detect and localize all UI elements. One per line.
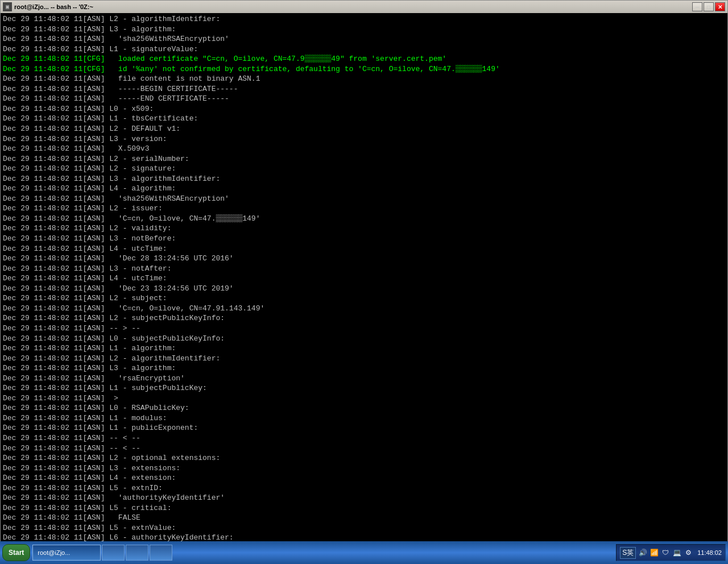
terminal-line: Dec 29 11:48:02 11[ASN] 'sha256WithRSAEn… xyxy=(3,194,725,204)
terminal-line: Dec 29 11:48:02 11[ASN] 'Dec 28 13:24:56… xyxy=(3,254,725,264)
terminal-line: Dec 29 11:48:02 11[ASN] file content is … xyxy=(3,74,725,84)
terminal-line: Dec 29 11:48:02 11[ASN] 'C=cn, O=ilove, … xyxy=(3,214,725,224)
terminal-line: Dec 29 11:48:02 11[ASN] FALSE xyxy=(3,513,725,523)
terminal-line: Dec 29 11:48:02 11[ASN] L3 - notAfter: xyxy=(3,264,725,274)
ime-indicator[interactable]: S英 xyxy=(620,547,636,559)
terminal-line: Dec 29 11:48:02 11[ASN] -- < -- xyxy=(3,433,725,443)
terminal-line: Dec 29 11:48:02 11[ASN] L3 - algorithm: xyxy=(3,24,725,35)
terminal-line: Dec 29 11:48:02 11[ASN] L2 - DEFAULT v1: xyxy=(3,124,725,134)
terminal-line: Dec 29 11:48:02 11[ASN] 'C=cn, O=ilove, … xyxy=(3,304,725,314)
taskbar-item-0[interactable]: root@iZjo... xyxy=(32,545,101,561)
terminal-line: Dec 29 11:48:02 11[ASN] 'authorityKeyIde… xyxy=(3,493,725,503)
terminal-line: Dec 29 11:48:02 11[CFG] id '%any' not co… xyxy=(3,64,725,74)
terminal-line: Dec 29 11:48:02 11[ASN] L2 - subject: xyxy=(3,293,725,304)
start-button[interactable]: Start xyxy=(2,544,30,561)
terminal-line: Dec 29 11:48:02 11[ASN] L2 - validity: xyxy=(3,223,725,234)
settings-icon[interactable]: ⚙ xyxy=(684,548,693,557)
close-button[interactable]: ✕ xyxy=(715,2,725,11)
terminal-line: Dec 29 11:48:02 11[ASN] 'sha256WithRSAEn… xyxy=(3,34,725,44)
terminal-line: Dec 29 11:48:02 11[ASN] L1 - modulus: xyxy=(3,413,725,424)
terminal-line: Dec 29 11:48:02 11[ASN] L5 - critical: xyxy=(3,503,725,513)
terminal-line: Dec 29 11:48:02 11[ASN] L5 - extnValue: xyxy=(3,523,725,533)
shield-icon[interactable]: 🛡 xyxy=(661,548,670,557)
terminal-line: Dec 29 11:48:02 11[ASN] -- < -- xyxy=(3,443,725,454)
terminal-line: Dec 29 11:48:02 11[ASN] L1 - tbsCertific… xyxy=(3,114,725,124)
titlebar-buttons: ─ □ ✕ xyxy=(692,2,725,11)
terminal-line: Dec 29 11:48:02 11[ASN] L2 - issuer: xyxy=(3,204,725,214)
network-icon[interactable]: 📶 xyxy=(650,548,659,557)
terminal-line: Dec 29 11:48:02 11[ASN] 'Dec 23 13:24:56… xyxy=(3,284,725,294)
terminal-line: Dec 29 11:48:02 11[ASN] L3 - extensions: xyxy=(3,463,725,474)
maximize-button[interactable]: □ xyxy=(704,2,714,11)
taskbar-item-1[interactable] xyxy=(102,545,125,561)
taskbar-item-3[interactable] xyxy=(150,545,172,561)
terminal-line: Dec 29 11:48:02 11[ASN] L4 - utcTime: xyxy=(3,273,725,284)
terminal-line: Dec 29 11:48:02 11[ASN] L0 - subjectPubl… xyxy=(3,334,725,344)
minimize-button[interactable]: ─ xyxy=(692,2,702,11)
taskbar: Start root@iZjo... S英 🔊 📶 🛡 💻 ⚙ 11:48:02 xyxy=(0,541,728,564)
terminal-line: Dec 29 11:48:02 11[ASN] L2 - serialNumbe… xyxy=(3,154,725,164)
terminal-line: Dec 29 11:48:02 11[ASN] L2 - signature: xyxy=(3,164,725,174)
terminal-line: Dec 29 11:48:02 11[ASN] L1 - subjectPubl… xyxy=(3,383,725,393)
terminal-line: Dec 29 11:48:02 11[ASN] L2 - algorithmId… xyxy=(3,354,725,364)
terminal-line: Dec 29 11:48:02 11[ASN] L1 - signatureVa… xyxy=(3,44,725,55)
terminal-line: Dec 29 11:48:02 11[ASN] L2 - algorithmId… xyxy=(3,14,725,24)
terminal-line: Dec 29 11:48:02 11[ASN] L4 - algorithm: xyxy=(3,184,725,194)
titlebar-left: ▣ root@iZjo... -- bash -- '0Z:~ xyxy=(3,2,93,11)
terminal-line: Dec 29 11:48:02 11[ASN] L3 - algorithmId… xyxy=(3,174,725,184)
terminal-line: Dec 29 11:48:02 11[ASN] L4 - extension: xyxy=(3,473,725,483)
terminal-line: Dec 29 11:48:02 11[ASN] X.509v3 xyxy=(3,144,725,154)
terminal-line: Dec 29 11:48:02 11[ASN] L5 - extnID: xyxy=(3,483,725,494)
taskbar-items: root@iZjo... xyxy=(32,545,614,561)
window-icon: ▣ xyxy=(3,2,12,11)
terminal-line: Dec 29 11:48:02 11[ASN] L4 - utcTime: xyxy=(3,244,725,254)
terminal-line: Dec 29 11:48:02 11[ASN] > xyxy=(3,393,725,404)
terminal-line: Dec 29 11:48:02 11[ASN] L1 - algorithm: xyxy=(3,343,725,354)
sound-icon[interactable]: 🔊 xyxy=(638,548,647,557)
terminal-line: Dec 29 11:48:02 11[ASN] -- > -- xyxy=(3,324,725,334)
terminal-line: Dec 29 11:48:02 11[CFG] loaded certifica… xyxy=(3,54,725,64)
terminal-line: Dec 29 11:48:02 11[ASN] L3 - algorithm: xyxy=(3,363,725,374)
terminal-line: Dec 29 11:48:02 11[ASN] -----END CERTIFI… xyxy=(3,94,725,104)
terminal-line: Dec 29 11:48:02 11[ASN] 'rsaEncryption' xyxy=(3,374,725,384)
terminal-body[interactable]: Dec 29 11:48:02 11[ASN] L2 - algorithmId… xyxy=(1,13,727,563)
terminal-line: Dec 29 11:48:02 11[ASN] L0 - RSAPublicKe… xyxy=(3,403,725,413)
terminal-line: Dec 29 11:48:02 11[ASN] L0 - x509: xyxy=(3,104,725,114)
terminal-line: Dec 29 11:48:02 11[ASN] L3 - version: xyxy=(3,134,725,144)
terminal-line: Dec 29 11:48:02 11[ASN] L1 - publicExpon… xyxy=(3,423,725,433)
terminal-line: Dec 29 11:48:02 11[ASN] L2 - optional ex… xyxy=(3,453,725,463)
terminal-line: Dec 29 11:48:02 11[ASN] -----BEGIN CERTI… xyxy=(3,84,725,94)
taskbar-item-label: root@iZjo... xyxy=(38,549,70,556)
computer-icon[interactable]: 💻 xyxy=(672,548,681,557)
window-title: root@iZjo... -- bash -- '0Z:~ xyxy=(14,3,93,10)
taskbar-item-2[interactable] xyxy=(126,545,148,561)
terminal-line: Dec 29 11:48:02 11[ASN] L3 - notBefore: xyxy=(3,234,725,244)
taskbar-tray: S英 🔊 📶 🛡 💻 ⚙ 11:48:02 xyxy=(616,544,726,561)
terminal-window: ▣ root@iZjo... -- bash -- '0Z:~ ─ □ ✕ De… xyxy=(0,0,728,564)
clock: 11:48:02 xyxy=(697,549,722,556)
terminal-line: Dec 29 11:48:02 11[ASN] L2 - subjectPubl… xyxy=(3,313,725,324)
titlebar: ▣ root@iZjo... -- bash -- '0Z:~ ─ □ ✕ xyxy=(1,1,727,13)
